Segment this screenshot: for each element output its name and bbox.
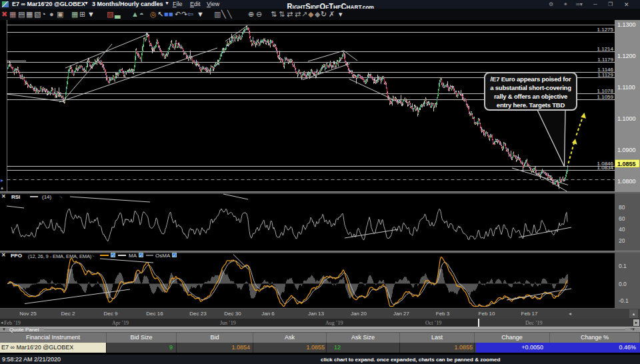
svg-text:1.1179: 1.1179 <box>597 57 613 63</box>
svg-text:0.1: 0.1 <box>619 263 627 269</box>
svg-text:60: 60 <box>619 215 625 222</box>
svg-text:1.1100: 1.1100 <box>617 84 635 91</box>
svg-text:1.0855: 1.0855 <box>617 161 636 167</box>
svg-text:1.1214: 1.1214 <box>597 46 614 52</box>
svg-text:0.0: 0.0 <box>619 281 627 287</box>
svg-text:1.1059: 1.1059 <box>597 94 614 100</box>
svg-text:20: 20 <box>619 237 625 244</box>
svg-text:1.1200: 1.1200 <box>617 53 636 59</box>
svg-text:1.0900: 1.0900 <box>617 147 636 153</box>
svg-text:1.1078: 1.1078 <box>597 88 614 94</box>
svg-text:40: 40 <box>619 226 625 233</box>
svg-text:1.0834: 1.0834 <box>597 165 614 171</box>
svg-text:1.1300: 1.1300 <box>617 21 636 28</box>
svg-text:-0.1: -0.1 <box>619 297 629 304</box>
svg-text:1.1000: 1.1000 <box>617 115 636 122</box>
svg-text:1.0800: 1.0800 <box>617 178 636 185</box>
svg-text:1.1129: 1.1129 <box>597 72 613 78</box>
svg-text:80: 80 <box>619 204 625 211</box>
svg-text:1.1275: 1.1275 <box>597 27 614 33</box>
